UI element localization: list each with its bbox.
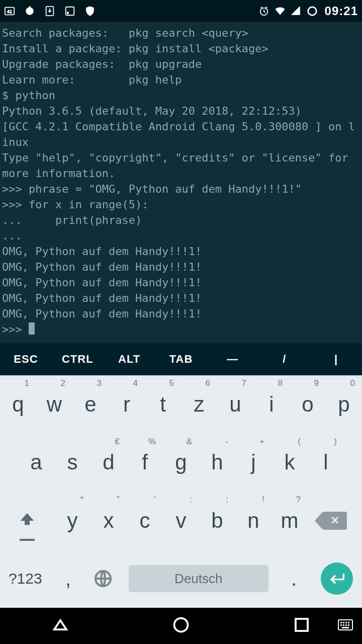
key-dash[interactable]: — [207, 343, 258, 375]
key-slash[interactable]: / [258, 343, 310, 375]
terminal-line: Learn more: pkg help [2, 73, 182, 86]
key-i[interactable]: 8i [253, 375, 290, 434]
key-t[interactable]: 5t [145, 375, 181, 434]
keyboard-icon [338, 619, 353, 630]
key-s[interactable]: s [54, 434, 90, 492]
key-shift[interactable] [0, 492, 54, 550]
terminal-prompt: >>> [2, 323, 29, 336]
status-right-icons: 09:21 [258, 4, 358, 18]
download-icon [44, 6, 55, 17]
nav-recents[interactable] [293, 616, 311, 636]
key-g[interactable]: &g [163, 434, 199, 492]
orbot-icon [24, 6, 35, 17]
terminal-line: >>> phrase = "OMG, Python auf dem Handy!… [2, 183, 302, 195]
alarm-icon [258, 6, 269, 17]
enter-icon [321, 562, 353, 595]
svg-rect-13 [340, 622, 342, 623]
key-p[interactable]: 0p [326, 375, 362, 434]
notification-badge-icon: 41 [4, 6, 15, 17]
key-e[interactable]: 3e [72, 375, 109, 434]
key-mode-change[interactable]: ?123 [0, 550, 51, 608]
terminal-app-icon [64, 6, 75, 17]
wifi-icon [275, 6, 286, 17]
key-o[interactable]: 9o [290, 375, 326, 434]
nav-home[interactable] [172, 616, 190, 636]
key-y[interactable]: *y [54, 492, 90, 550]
key-f[interactable]: %f [127, 434, 163, 492]
key-a[interactable]: a [18, 434, 54, 492]
key-pipe[interactable]: | [310, 343, 362, 375]
key-u[interactable]: 7u [217, 375, 253, 434]
key-space[interactable]: Deutsch [121, 550, 277, 608]
soft-keyboard: 1q 2w 3e 4r 5t 6z 7u 8i 9o 0p a s €d %f … [0, 375, 362, 608]
key-r[interactable]: 4r [109, 375, 145, 434]
terminal-line: OMG, Python auf dem Handy!!!1! [2, 276, 202, 289]
svg-rect-21 [342, 627, 349, 628]
svg-rect-16 [348, 622, 349, 623]
key-m[interactable]: ?m [272, 492, 308, 550]
kb-row-3: *y "x 'c :v ;b !n ?m ✕ [0, 492, 362, 550]
terminal-line: OMG, Python auf dem Handy!!!1! [2, 307, 202, 320]
shift-underline-icon [20, 539, 35, 541]
key-backspace[interactable]: ✕ [308, 492, 362, 550]
svg-point-10 [174, 618, 188, 632]
terminal-line: >>> for x in range(5): [2, 198, 148, 211]
terminal-line: [GCC 4.2.1 Compatible Android Clang 5.0.… [2, 120, 355, 148]
key-period[interactable]: . [277, 550, 312, 608]
kb-row-2: a s €d %f &g -h +j (k )l [0, 434, 362, 492]
key-esc[interactable]: ESC [0, 343, 52, 375]
svg-rect-18 [343, 624, 344, 626]
svg-rect-3 [29, 7, 30, 9]
key-h[interactable]: -h [199, 434, 235, 492]
status-bar: 41 [0, 0, 362, 22]
svg-text:41: 41 [7, 9, 12, 14]
svg-rect-15 [345, 622, 347, 623]
terminal-line: Search packages: pkg search <query> [2, 27, 248, 39]
signal-icon [291, 6, 302, 17]
key-k[interactable]: (k [272, 434, 308, 492]
terminal-output[interactable]: Search packages: pkg search <query> Inst… [0, 22, 362, 343]
terminal-line: Install a package: pkg install <package> [2, 42, 268, 55]
terminal-line: ... [2, 229, 22, 242]
key-language[interactable] [85, 550, 121, 608]
shift-icon [17, 511, 37, 531]
svg-rect-6 [67, 12, 69, 14]
shield-icon [84, 6, 96, 17]
key-ctrl[interactable]: CTRL [52, 343, 104, 375]
terminal-line: Python 3.6.5 (default, May 20 2018, 22:1… [2, 105, 302, 117]
key-v[interactable]: :v [163, 492, 199, 550]
key-z[interactable]: 6z [181, 375, 217, 434]
kb-row-4: ?123 , Deutsch . [0, 550, 362, 608]
key-comma[interactable]: , [51, 550, 86, 608]
terminal-line: OMG, Python auf dem Handy!!!1! [2, 261, 202, 273]
key-q[interactable]: 1q [0, 375, 36, 434]
key-n[interactable]: !n [235, 492, 272, 550]
android-navbar [0, 608, 362, 644]
battery-circle-icon [307, 6, 318, 17]
recents-square-icon [293, 616, 311, 634]
key-j[interactable]: +j [235, 434, 272, 492]
back-triangle-icon [51, 616, 69, 634]
space-label: Deutsch [174, 571, 222, 587]
kb-row-1: 1q 2w 3e 4r 5t 6z 7u 8i 9o 0p [0, 375, 362, 434]
termux-extra-keys: ESC CTRL ALT TAB — / | [0, 343, 362, 375]
status-left-icons: 41 [4, 6, 96, 17]
key-enter[interactable] [311, 550, 362, 608]
svg-rect-14 [343, 622, 344, 623]
key-w[interactable]: 2w [36, 375, 72, 434]
globe-icon [93, 569, 113, 589]
svg-rect-11 [296, 619, 308, 631]
key-l[interactable]: )l [308, 434, 344, 492]
key-x[interactable]: "x [90, 492, 127, 550]
key-b[interactable]: ;b [199, 492, 235, 550]
key-c[interactable]: 'c [127, 492, 163, 550]
terminal-line: OMG, Python auf dem Handy!!!1! [2, 245, 202, 258]
key-alt[interactable]: ALT [104, 343, 155, 375]
terminal-line: Type "help", "copyright", "credits" or "… [2, 151, 355, 180]
svg-rect-17 [340, 624, 342, 626]
home-circle-icon [172, 616, 190, 634]
key-tab[interactable]: TAB [155, 343, 207, 375]
key-d[interactable]: €d [90, 434, 127, 492]
nav-keyboard-toggle[interactable] [338, 619, 353, 632]
nav-back[interactable] [51, 616, 69, 636]
